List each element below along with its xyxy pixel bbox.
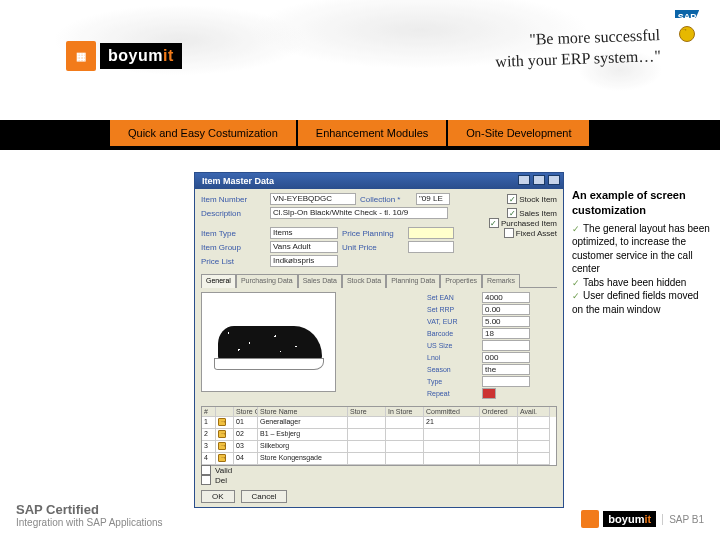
tab-general[interactable]: General bbox=[201, 274, 236, 288]
window-titlebar[interactable]: Item Master Data bbox=[195, 173, 563, 189]
footer-logo: boyumit SAP B1 bbox=[581, 510, 704, 528]
item-image[interactable] bbox=[201, 292, 336, 392]
item-group-select[interactable]: Vans Adult bbox=[270, 241, 338, 253]
description-input[interactable]: Cl.Slp-On Black/White Check - tl. 10/9 bbox=[270, 207, 448, 219]
link-arrow-icon[interactable] bbox=[218, 442, 226, 450]
fixedasset-checkbox[interactable] bbox=[504, 228, 514, 238]
table-row[interactable]: 4 04Store Kongensgade bbox=[202, 453, 556, 465]
brand-mark-icon: ▦ bbox=[66, 41, 96, 71]
price-list-label: Price List bbox=[201, 257, 266, 266]
tab-remarks[interactable]: Remarks bbox=[482, 274, 520, 288]
item-number-input[interactable]: VN-EYEBQDGC bbox=[270, 193, 356, 205]
shoe-icon bbox=[214, 315, 324, 370]
del-checkbox[interactable] bbox=[201, 475, 211, 485]
tab-properties[interactable]: Properties bbox=[440, 274, 482, 288]
unit-price-input[interactable] bbox=[408, 241, 454, 253]
brand-mark-icon bbox=[581, 510, 599, 528]
unit-price-label: Unit Price bbox=[342, 243, 404, 252]
kv-panel: Set EAN4000 Set RRP0.00 VAT, EUR5.00 Bar… bbox=[427, 292, 557, 400]
tab-strip: General Purchasing Data Sales Data Stock… bbox=[201, 273, 557, 288]
nav-enhancement[interactable]: Enhancement Modules bbox=[298, 120, 447, 146]
nav-quick-easy[interactable]: Quick and Easy Costumization bbox=[110, 120, 296, 146]
ussize-input[interactable] bbox=[482, 340, 530, 351]
type-input[interactable] bbox=[482, 376, 530, 387]
stock-checkbox[interactable]: ✓ bbox=[507, 194, 517, 204]
tab-stock[interactable]: Stock Data bbox=[342, 274, 386, 288]
set-ean-input[interactable]: 4000 bbox=[482, 292, 530, 303]
item-type-label: Item Type bbox=[201, 229, 266, 238]
sales-checkbox[interactable]: ✓ bbox=[507, 208, 517, 218]
item-group-label: Item Group bbox=[201, 243, 266, 252]
callout-text: An example of screen customization The g… bbox=[572, 188, 712, 316]
tab-purchasing[interactable]: Purchasing Data bbox=[236, 274, 298, 288]
price-planning-input[interactable] bbox=[408, 227, 454, 239]
set-rrp-input[interactable]: 0.00 bbox=[482, 304, 530, 315]
main-nav: Quick and Easy Costumization Enhancement… bbox=[0, 120, 720, 150]
minimize-icon[interactable] bbox=[518, 175, 530, 185]
valid-checkbox[interactable] bbox=[201, 465, 211, 475]
link-arrow-icon[interactable] bbox=[218, 418, 226, 426]
purchased-checkbox[interactable]: ✓ bbox=[489, 218, 499, 228]
sap-certified-logo: SAP Certified Integration with SAP Appli… bbox=[16, 502, 163, 528]
table-row[interactable]: 2 02B1 – Esbjerg bbox=[202, 429, 556, 441]
tab-planning[interactable]: Planning Data bbox=[386, 274, 440, 288]
item-number-label: Item Number bbox=[201, 195, 266, 204]
link-arrow-icon[interactable] bbox=[218, 430, 226, 438]
ok-button[interactable]: OK bbox=[201, 490, 235, 503]
nav-onsite[interactable]: On-Site Development bbox=[448, 120, 589, 146]
barcode-input[interactable]: 18 bbox=[482, 328, 530, 339]
repeat-input[interactable] bbox=[482, 388, 496, 399]
callout-title: An example of screen customization bbox=[572, 188, 712, 218]
window-title: Item Master Data bbox=[198, 176, 274, 186]
season-input[interactable]: the bbox=[482, 364, 530, 375]
cancel-button[interactable]: Cancel bbox=[241, 490, 288, 503]
table-row[interactable]: 3 03Silkeborg bbox=[202, 441, 556, 453]
price-planning-label: Price Planning bbox=[342, 229, 404, 238]
price-list-select[interactable]: Indkøbspris bbox=[270, 255, 338, 267]
tab-sales[interactable]: Sales Data bbox=[298, 274, 342, 288]
collection-label: Collection * bbox=[360, 195, 412, 204]
maximize-icon[interactable] bbox=[533, 175, 545, 185]
brand-logo: ▦ boyumit bbox=[66, 36, 226, 76]
item-master-window: Item Master Data Item Number VN-EYEBQDGC… bbox=[194, 172, 564, 508]
table-row[interactable]: 1 01Generallager 21 bbox=[202, 417, 556, 429]
lnoi-input[interactable]: 000 bbox=[482, 352, 530, 363]
sap-channel-badge: SAP bbox=[668, 10, 706, 48]
collection-input[interactable]: "09 LE bbox=[416, 193, 450, 205]
item-type-select[interactable]: Items bbox=[270, 227, 338, 239]
link-arrow-icon[interactable] bbox=[218, 454, 226, 462]
warehouse-grid[interactable]: # Store CodeStore Name StoreIn Store Com… bbox=[201, 406, 557, 466]
tagline: "Be more successful with your ERP system… bbox=[494, 25, 661, 72]
description-label: Description bbox=[201, 209, 266, 218]
vat-input[interactable]: 5.00 bbox=[482, 316, 530, 327]
close-icon[interactable] bbox=[548, 175, 560, 185]
